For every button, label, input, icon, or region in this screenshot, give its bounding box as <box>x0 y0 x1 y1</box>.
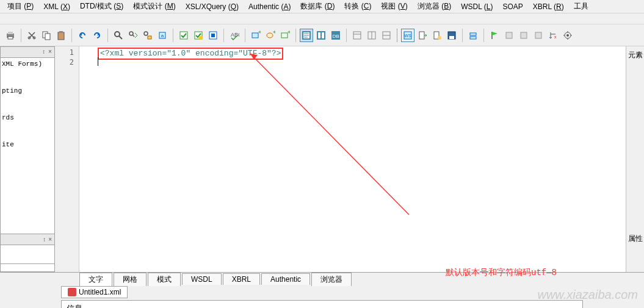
line-number: 2 <box>55 57 74 67</box>
svg-rect-6 <box>45 34 50 40</box>
tree-item[interactable]: ite <box>2 141 53 148</box>
layout2-icon[interactable] <box>365 29 378 42</box>
svg-rect-14 <box>148 36 151 39</box>
svg-rect-55 <box>506 32 512 38</box>
menu-xml[interactable]: XML (X) <box>38 1 75 12</box>
bookmark-icon[interactable]: a <box>156 29 169 42</box>
tab-browser[interactable]: 浏览器 <box>311 273 352 286</box>
bar3-icon[interactable] <box>532 29 545 42</box>
redo-icon[interactable] <box>90 29 104 42</box>
svg-rect-17 <box>180 32 187 39</box>
validate-file-icon[interactable] <box>206 29 220 42</box>
open-icon[interactable] <box>430 29 444 42</box>
view-schema-icon[interactable]: DB <box>329 29 342 42</box>
new-attr-icon[interactable]: + <box>264 29 277 42</box>
annotation-text: 默认版本号和字符编码utf—8 <box>446 267 557 278</box>
menu-tools[interactable]: 工具 <box>569 0 593 13</box>
refresh-icon[interactable] <box>466 29 480 42</box>
sort-icon[interactable]: x <box>546 29 560 42</box>
file-tab-label: Untitled1.xml <box>79 288 121 296</box>
menu-dtd[interactable]: DTD/模式 (S) <box>75 0 128 13</box>
spellcheck-icon[interactable]: ABC <box>228 29 241 42</box>
svg-rect-52 <box>470 33 476 35</box>
svg-text:+: + <box>273 30 275 35</box>
menu-convert[interactable]: 转换 (C) <box>339 0 376 13</box>
pin-icon[interactable]: ↕ <box>42 49 46 56</box>
copy-icon[interactable] <box>40 29 53 42</box>
right-rail: 元素 属性 <box>626 46 644 272</box>
tab-grid[interactable]: 网格 <box>114 273 147 286</box>
left-panel-header: ↕ × <box>1 47 54 58</box>
pin-icon[interactable]: ↕ <box>43 236 46 243</box>
menu-xbrl[interactable]: XBRL (R) <box>528 1 569 12</box>
svg-line-12 <box>132 35 134 37</box>
svg-point-49 <box>438 36 441 40</box>
menu-xsl[interactable]: XSL/XQuery (Q) <box>181 1 244 12</box>
replace-icon[interactable] <box>141 29 154 42</box>
settings-icon[interactable] <box>561 29 574 42</box>
layout3-icon[interactable] <box>380 29 393 42</box>
save-icon[interactable] <box>445 29 458 42</box>
svg-text:+: + <box>258 30 261 35</box>
tab-authentic[interactable]: Authentic <box>261 273 310 285</box>
right-panel-attributes[interactable]: 属性 <box>626 232 644 245</box>
svg-rect-39 <box>353 32 361 39</box>
tab-wsdl[interactable]: WSDL <box>182 273 222 285</box>
close-icon[interactable]: × <box>48 236 52 243</box>
svg-rect-35 <box>318 32 320 38</box>
menu-browser[interactable]: 浏览器 (B) <box>413 0 456 13</box>
menu-soap[interactable]: SOAP <box>497 1 527 12</box>
lower-left-header: ↕ × <box>1 234 54 245</box>
transform-icon[interactable]: WS <box>401 29 414 42</box>
svg-rect-27 <box>281 33 288 38</box>
code-line-1[interactable]: <?xml version="1.0" encoding="UTF-8"?> <box>79 48 626 57</box>
validate-icon[interactable] <box>177 29 190 42</box>
svg-point-9 <box>115 32 120 37</box>
tab-schema[interactable]: 模式 <box>148 273 181 286</box>
menu-view[interactable]: 视图 (V) <box>376 0 412 13</box>
menu-bar: 项目 (P) XML (X) DTD/模式 (S) 模式设计 (M) XSL/X… <box>0 0 644 13</box>
bar2-icon[interactable] <box>517 29 530 42</box>
cut-icon[interactable] <box>25 29 38 42</box>
menu-schema-design[interactable]: 模式设计 (M) <box>128 0 180 13</box>
file-tab[interactable]: Untitled1.xml <box>61 286 128 298</box>
right-panel-elements[interactable]: 元素 <box>626 49 644 62</box>
menu-authentic[interactable]: Authentic (A) <box>244 1 295 12</box>
menu-project[interactable]: 项目 (P) <box>2 0 38 13</box>
info-panel: 信息 <box>61 300 583 308</box>
new-element-icon[interactable]: + <box>249 29 262 42</box>
view-text-icon[interactable] <box>300 29 313 42</box>
tree-item[interactable]: XML Forms) <box>2 60 53 68</box>
find-icon[interactable] <box>112 29 125 42</box>
new-text-icon[interactable]: + <box>278 29 292 42</box>
flag-icon[interactable] <box>488 29 501 42</box>
main-area: ↕ × XML Forms) pting rds ite 1 2 <?xml v… <box>0 46 644 272</box>
svg-rect-1 <box>8 32 13 34</box>
menu-database[interactable]: 数据库 (D) <box>295 0 339 13</box>
print-icon[interactable] <box>4 29 17 42</box>
tab-text[interactable]: 文字 <box>79 273 112 286</box>
tree-item[interactable]: pting <box>2 87 53 95</box>
svg-text:ABC: ABC <box>231 32 239 38</box>
code-editor[interactable]: <?xml version="1.0" encoding="UTF-8"?> 默… <box>79 46 626 272</box>
xml-file-icon <box>68 288 76 296</box>
svg-text:WS: WS <box>404 34 411 38</box>
close-icon[interactable]: × <box>48 49 52 56</box>
find-next-icon[interactable] <box>126 29 140 42</box>
layout1-icon[interactable] <box>350 29 364 42</box>
bar1-icon[interactable] <box>502 29 516 42</box>
svg-line-10 <box>119 36 122 39</box>
validate-selection-icon[interactable] <box>192 29 205 42</box>
view-grid-icon[interactable] <box>314 29 328 42</box>
menu-wsdl[interactable]: WSDL (L) <box>456 1 497 12</box>
tree-item[interactable]: rds <box>2 114 53 121</box>
toolbar: a ABC + + + DB WS x <box>0 24 644 46</box>
xml-declaration[interactable]: <?xml version="1.0" encoding="UTF-8"?> <box>98 48 283 60</box>
svg-text:a: a <box>161 33 164 38</box>
tab-xbrl[interactable]: XBRL <box>223 273 260 285</box>
svg-text:x: x <box>554 35 557 39</box>
svg-rect-47 <box>419 32 424 39</box>
undo-icon[interactable] <box>76 29 89 42</box>
export-icon[interactable] <box>416 29 429 42</box>
paste-icon[interactable] <box>54 29 68 42</box>
